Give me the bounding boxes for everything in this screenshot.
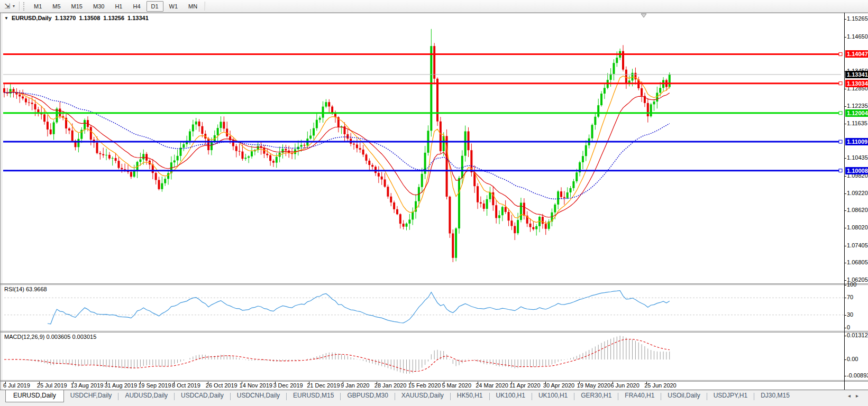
hline-price-badge[interactable]: 1.13034 — [845, 80, 868, 87]
hline-drag-handle — [839, 112, 842, 115]
candles-layer — [3, 29, 671, 262]
rsi-canvas[interactable] — [0, 284, 844, 331]
macd-tick-mark — [844, 359, 846, 360]
chart-tab-gbpusd-m30[interactable]: GBPUSD,M30 — [341, 390, 394, 402]
chart-tab-usoil-daily[interactable]: USOil,Daily — [661, 390, 706, 402]
hline-price-badge[interactable]: 1.12004 — [845, 109, 868, 117]
hline-drag-handle — [839, 82, 842, 85]
price-tick-label: 1.15265 — [847, 15, 868, 22]
ma-line-50 — [4, 93, 670, 199]
date-tick-label: 24 Mar 2020 — [476, 382, 508, 389]
tab-scroll-arrows: ◂▸ — [848, 393, 864, 399]
ohlc-close: 1.13341 — [127, 15, 149, 21]
chart-tab-eurusd-daily[interactable]: EURUSD,Daily — [5, 390, 64, 402]
price-tick-mark — [844, 124, 846, 124]
rsi-tick-mark — [844, 285, 846, 285]
price-tick-label: 1.08620 — [847, 207, 868, 213]
ohlc-low: 1.13256 — [103, 15, 124, 21]
timeframe-button-W1[interactable]: W1 — [165, 1, 183, 12]
timeframe-button-D1[interactable]: D1 — [147, 1, 163, 12]
chart-tab-fra40-h1[interactable]: FRA40,H1 — [618, 390, 661, 402]
price-tick-mark — [844, 89, 846, 89]
hline-drag-handle — [839, 140, 842, 143]
ohlc-open: 1.13270 — [55, 15, 76, 21]
timeframe-button-H1[interactable]: H1 — [110, 1, 127, 12]
price-tick-mark — [844, 210, 846, 211]
chart-tab-dj30-m15[interactable]: DJ30,M15 — [754, 390, 796, 402]
rsi-tick-mark — [844, 328, 846, 328]
tab-scroll-left-icon[interactable]: ◂ — [848, 393, 856, 399]
date-tick-label: 19 Sep 2019 — [138, 382, 171, 389]
rsi-tick-mark — [844, 298, 846, 298]
timeframe-button-M5[interactable]: M5 — [48, 1, 65, 12]
toolbar-separator — [205, 2, 206, 11]
price-tick-mark — [844, 263, 846, 263]
toolbar-drag-handle[interactable] — [23, 2, 26, 11]
chart-tab-ger30-h1[interactable]: GER30,H1 — [574, 390, 618, 402]
date-tick-label: 15 Feb 2020 — [408, 382, 441, 389]
date-tick-label: 31 Aug 2019 — [104, 382, 137, 389]
ohlc-high: 1.13508 — [79, 15, 100, 21]
hline-drag-handle — [839, 52, 842, 56]
timeframe-button-M30[interactable]: M30 — [88, 1, 109, 12]
chart-shift-marker[interactable] — [641, 14, 646, 17]
price-tick-label: 1.12235 — [847, 103, 868, 109]
chart-tab-usdchf-daily[interactable]: USDCHF,Daily — [64, 390, 118, 402]
chart-tab-uk100-h1[interactable]: UK100,H1 — [490, 390, 532, 402]
rsi-line — [48, 291, 670, 324]
cursor-tool-icon[interactable]: ⇲ — [2, 2, 13, 11]
price-tick-label: 1.11635 — [847, 120, 867, 126]
rsi-tick-label: 30 — [847, 311, 853, 318]
timeframe-button-MN[interactable]: MN — [184, 1, 202, 12]
macd-bottom-separator — [0, 380, 868, 381]
chart-tab-hk50-h1[interactable]: HK50,H1 — [451, 390, 489, 402]
date-tick-label: 8 Oct 2019 — [172, 382, 200, 389]
chart-symbol-label: EURUSD,Daily — [12, 15, 52, 21]
toolbar-separator — [19, 2, 20, 11]
chart-tab-usdcad-daily[interactable]: USDCAD,Daily — [175, 390, 230, 402]
date-tick-label: 21 Dec 2019 — [307, 382, 340, 389]
macd-tick-label: 0.00 — [847, 356, 858, 362]
macd-label: MACD(12,26,9) 0.003605 0.003015 — [4, 334, 96, 340]
price-tick-label: 1.07405 — [847, 242, 868, 248]
chart-tab-uk100-h1[interactable]: UK100,H1 — [532, 390, 574, 402]
timeframe-toolbar: ⇲ ▾ M1M5M15M30H1H4D1W1MN — [0, 0, 868, 13]
chart-tab-xauusd-daily[interactable]: XAUUSD,Daily — [395, 390, 450, 402]
chart-tab-audusd-daily[interactable]: AUDUSD,Daily — [118, 390, 174, 402]
horizontal-lines-layer — [3, 52, 842, 172]
timeframe-buttons: M1M5M15M30H1H4D1W1MN — [29, 1, 203, 12]
date-tick-label: 14 Nov 2019 — [240, 382, 272, 389]
date-tick-label: 6 Jul 2019 — [3, 382, 30, 389]
timeframe-button-H4[interactable]: H4 — [128, 1, 145, 12]
hline-price-badge[interactable]: 1.14047 — [845, 50, 868, 58]
chart-tab-eurusd-m15[interactable]: EURUSD,M15 — [287, 390, 340, 402]
timeframe-button-M1[interactable]: M1 — [29, 1, 47, 12]
dropdown-caret-icon[interactable]: ▾ — [13, 4, 15, 8]
date-tick-label: 9 Jan 2020 — [341, 382, 369, 389]
date-tick-label: 25 Jul 2019 — [37, 382, 67, 389]
hline-price-badge[interactable]: 1.11009 — [845, 138, 868, 145]
chart-title: ▼ EURUSD,Daily 1.13270 1.13508 1.13256 1… — [4, 15, 150, 21]
macd-tick-label: -0.008933 — [847, 372, 868, 379]
macd-tick-label: 0.013121 — [847, 332, 868, 338]
price-tick-label: 1.08020 — [847, 224, 868, 230]
rsi-tick-label: 100 — [847, 281, 856, 288]
rsi-tick-label: 70 — [847, 294, 853, 300]
tab-scroll-right-icon[interactable]: ▸ — [856, 393, 864, 399]
price-tick-label: 1.06805 — [847, 259, 868, 265]
current-price-badge: 1.13341 — [845, 71, 868, 78]
price-tick-mark — [844, 158, 846, 159]
timeframe-button-M15[interactable]: M15 — [67, 1, 87, 12]
chart-tab-usdjpy-h1[interactable]: USDJPY,H1 — [707, 390, 754, 402]
price-tick-mark — [844, 246, 846, 246]
macd-canvas[interactable] — [0, 331, 844, 380]
main-chart-canvas[interactable] — [0, 13, 844, 283]
rsi-label: RSI(14) 63.9668 — [4, 286, 47, 292]
hline-price-badge[interactable]: 1.10008 — [845, 167, 868, 174]
moving-averages-layer — [4, 76, 670, 224]
ma-line-8 — [4, 76, 670, 224]
price-tick-label: 1.10435 — [847, 154, 868, 161]
price-axis-line — [844, 13, 845, 390]
chart-tab-usdcnh-daily[interactable]: USDCNH,Daily — [231, 390, 286, 402]
chart-collapse-icon[interactable]: ▼ — [4, 16, 8, 21]
